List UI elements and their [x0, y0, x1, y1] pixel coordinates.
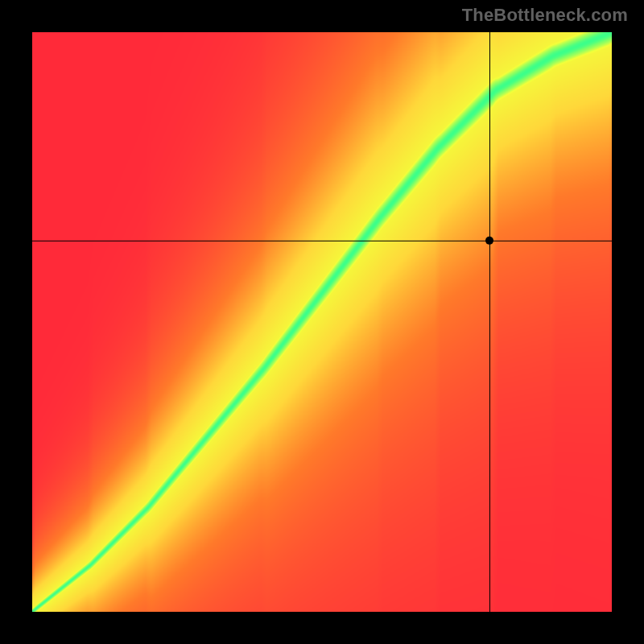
watermark-text: TheBottleneck.com	[462, 5, 628, 26]
bottleneck-heatmap	[32, 32, 612, 612]
chart-container	[32, 32, 612, 612]
